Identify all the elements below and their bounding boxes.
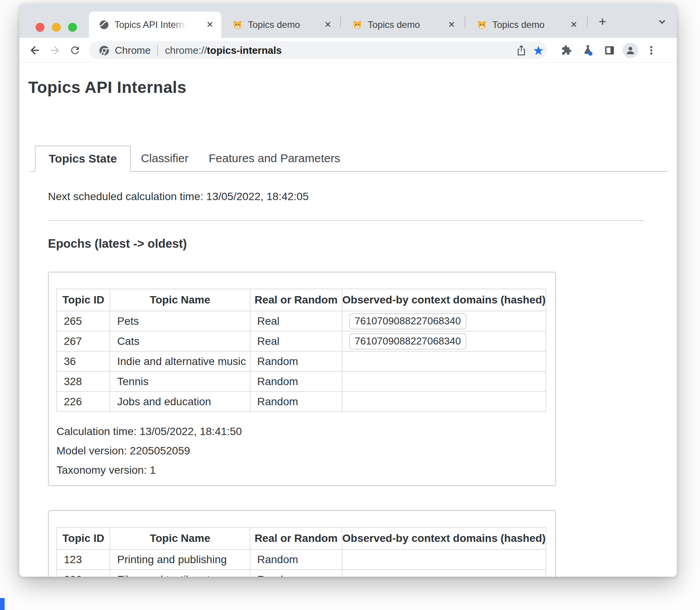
table-row: 267 Cats Real 7610709088227068340 <box>57 331 546 351</box>
next-calculation-time: Next scheduled calculation time: 13/05/2… <box>48 190 309 203</box>
tab-title: Topics demo <box>368 19 420 30</box>
tab-divider <box>340 17 341 27</box>
browser-tab-topics-internals[interactable]: Topics API Internals ✕ <box>89 12 221 38</box>
url-text[interactable]: chrome://topics-internals <box>165 45 282 57</box>
tab-divider <box>587 17 587 27</box>
close-tab-icon[interactable]: ✕ <box>207 21 213 29</box>
col-observed-by: Observed-by context domains (hashed) <box>342 289 546 311</box>
real-or-random-cell: Real <box>250 331 342 351</box>
model-version: Model version: 2205052059 <box>56 441 555 461</box>
tab-title: Topics demo <box>248 19 300 30</box>
browser-tab-topics-demo-1[interactable]: Topics demo ✕ <box>222 12 339 38</box>
real-or-random-cell: Random <box>250 392 342 412</box>
topic-id-cell: 226 <box>57 392 110 412</box>
browser-tab-topics-demo-2[interactable]: Topics demo ✕ <box>342 12 463 38</box>
real-or-random-cell: Random <box>250 351 342 372</box>
table-row: 226 Jobs and education Random <box>57 392 546 412</box>
background-window-sliver <box>0 598 5 610</box>
tab-title: Topics API Internals <box>114 19 186 30</box>
forward-button[interactable] <box>46 42 63 59</box>
site-label: Chrome <box>115 45 150 57</box>
close-tab-icon[interactable]: ✕ <box>570 21 577 29</box>
browser-window: Topics API Internals ✕ Topics demo ✕ <box>19 4 677 577</box>
table-row: 265 Pets Real 7610709088227068340 <box>57 311 546 331</box>
epoch-box-2: Topic ID Topic Name Real or Random Obser… <box>48 510 556 577</box>
col-topic-name: Topic Name <box>110 528 250 550</box>
bookmark-star-icon[interactable]: ★ <box>530 42 547 59</box>
topic-name-cell: Fibre and textile arts <box>110 570 250 577</box>
tab-title-fade <box>173 19 186 30</box>
topic-id-cell: 36 <box>57 351 110 372</box>
page-title: Topics API Internals <box>28 78 186 97</box>
table-row: 36 Indie and alternative music Random <box>57 351 546 372</box>
address-bar[interactable]: Chrome chrome://topics-internals ★ <box>89 41 547 59</box>
extensions-puzzle-icon[interactable] <box>558 42 575 59</box>
topic-name-cell: Pets <box>110 311 250 331</box>
section-divider <box>48 220 644 221</box>
toolbar: Chrome chrome://topics-internals ★ <box>19 38 677 63</box>
col-observed-by: Observed-by context domains (hashed) <box>342 528 546 550</box>
topic-id-cell: 200 <box>57 570 110 577</box>
tab-title: Topics demo <box>492 19 545 30</box>
observed-by-cell: 7610709088227068340 <box>342 331 546 351</box>
calculation-time: Calculation time: 13/05/2022, 18:41:50 <box>56 422 555 441</box>
close-tab-icon[interactable]: ✕ <box>448 21 455 29</box>
new-tab-button[interactable]: + <box>595 14 610 29</box>
kebab-menu-icon[interactable] <box>643 42 660 59</box>
table-row: 328 Tennis Random <box>57 372 546 392</box>
real-or-random-cell: Real <box>250 311 342 331</box>
observed-by-cell <box>342 392 546 412</box>
observed-by-cell <box>342 550 546 570</box>
real-or-random-cell: Random <box>250 372 342 392</box>
observed-by-cell <box>342 372 546 392</box>
tab-strip: Topics API Internals ✕ Topics demo ✕ <box>19 4 677 38</box>
profile-avatar[interactable] <box>623 43 638 58</box>
tab-topics-state[interactable]: Topics State <box>35 146 131 172</box>
reload-button[interactable] <box>67 42 84 59</box>
topic-name-cell: Tennis <box>110 372 250 392</box>
tab-divider <box>465 17 465 27</box>
hashed-domain-field[interactable]: 7610709088227068340 <box>349 333 466 350</box>
topic-name-cell: Cats <box>110 331 250 351</box>
epoch-table-2: Topic ID Topic Name Real or Random Obser… <box>56 527 546 577</box>
real-or-random-cell: Random <box>250 570 342 577</box>
epoch-box-1: Topic ID Topic Name Real or Random Obser… <box>48 272 556 486</box>
cat-icon <box>352 20 362 30</box>
tab-classifier[interactable]: Classifier <box>131 146 198 171</box>
observed-by-cell: 7610709088227068340 <box>342 311 546 331</box>
maximize-window-button[interactable] <box>68 23 77 32</box>
side-panel-icon[interactable] <box>601 42 618 59</box>
tab-search-chevron-icon[interactable] <box>654 14 671 29</box>
cat-icon <box>477 20 487 30</box>
back-button[interactable] <box>26 42 43 59</box>
page-content: Topics API Internals Topics State Classi… <box>19 63 677 577</box>
hashed-domain-field[interactable]: 7610709088227068340 <box>349 313 466 329</box>
browser-tab-topics-demo-3[interactable]: Topics demo ✕ <box>467 12 585 38</box>
topic-id-cell: 123 <box>57 550 110 570</box>
observed-by-cell <box>342 351 546 372</box>
chrome-labs-flask-icon[interactable] <box>579 42 596 59</box>
topic-id-cell: 265 <box>57 311 110 331</box>
share-icon[interactable] <box>513 42 530 59</box>
col-topic-name: Topic Name <box>110 289 250 311</box>
close-tab-icon[interactable]: ✕ <box>324 21 331 29</box>
epoch-table-1: Topic ID Topic Name Real or Random Obser… <box>56 289 546 412</box>
url-separator <box>157 45 158 56</box>
col-real-or-random: Real or Random <box>250 289 342 311</box>
close-window-button[interactable] <box>36 23 44 32</box>
tab-features-and-parameters[interactable]: Features and Parameters <box>199 146 350 171</box>
table-header-row: Topic ID Topic Name Real or Random Obser… <box>57 528 546 550</box>
cat-icon <box>232 20 242 30</box>
minimize-window-button[interactable] <box>52 23 61 32</box>
table-row: 123 Printing and publishing Random <box>57 550 546 570</box>
table-header-row: Topic ID Topic Name Real or Random Obser… <box>57 289 546 311</box>
chrome-logo-icon <box>99 45 109 56</box>
table-row: 200 Fibre and textile arts Random <box>57 570 546 577</box>
topic-name-cell: Printing and publishing <box>110 550 250 570</box>
taxonomy-version: Taxonomy version: 1 <box>56 461 555 480</box>
real-or-random-cell: Random <box>250 550 342 570</box>
epochs-heading: Epochs (latest -> oldest) <box>48 237 187 251</box>
topic-id-cell: 267 <box>57 331 110 351</box>
globe-icon <box>99 20 109 30</box>
col-real-or-random: Real or Random <box>250 528 342 550</box>
